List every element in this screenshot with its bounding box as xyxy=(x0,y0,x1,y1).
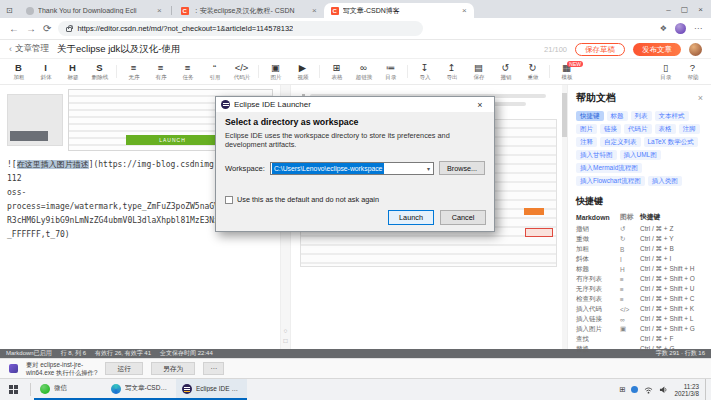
preview-scrollbar[interactable] xyxy=(562,85,567,349)
browse-button[interactable]: Browse... xyxy=(439,161,485,175)
extensions-icon[interactable]: ❖ xyxy=(660,24,667,33)
window-close-icon[interactable]: × xyxy=(698,5,703,14)
embedded-screenshot-small[interactable] xyxy=(7,94,63,146)
start-button[interactable] xyxy=(0,379,27,400)
help-docs-title: 帮助文档 xyxy=(576,91,616,105)
tab-close-icon[interactable]: × xyxy=(462,6,467,15)
help-tag[interactable]: 链接 xyxy=(600,124,621,134)
tab-close-icon[interactable]: × xyxy=(157,6,162,15)
toolbar-item-template[interactable]: NEW ▦ 模板 xyxy=(553,62,580,82)
help-tag[interactable]: 插入类图 xyxy=(648,176,682,186)
taskbar-clock[interactable]: 11:23 2021/3/8 xyxy=(674,383,699,397)
chevron-down-icon[interactable]: ▾ xyxy=(424,165,433,172)
help-tag[interactable]: 插入甘特图 xyxy=(576,150,617,160)
help-tag[interactable]: 代码片 xyxy=(624,124,652,134)
more-options-icon[interactable]: ··· xyxy=(203,362,224,375)
help-tag[interactable]: 自定义列表 xyxy=(600,137,641,147)
article-manage-link[interactable]: ‹ 文章管理 xyxy=(9,43,49,55)
toolbar-item[interactable]: S 删除线 xyxy=(86,62,113,82)
user-avatar[interactable] xyxy=(689,43,702,56)
help-tag[interactable]: 图片 xyxy=(576,124,597,134)
shortcut-icon xyxy=(620,334,640,344)
toolbar-item[interactable]: I 斜体 xyxy=(32,62,59,82)
tab-eclipse-download[interactable]: Thank You for Downloading Ecli × xyxy=(19,3,169,18)
article-title-input[interactable]: 关于eclipse jdk以及汉化-使用 xyxy=(57,43,536,56)
help-tag[interactable]: 插入Mermaid流程图 xyxy=(576,163,642,173)
toolbar-item[interactable]: H 标题 xyxy=(59,62,86,82)
taskbar-item-wechat[interactable]: 微信 xyxy=(34,379,105,400)
tray-app-icon[interactable] xyxy=(631,386,638,393)
toolbar-item[interactable]: ▶ 视频 xyxy=(289,62,316,82)
toolbar-item[interactable]: ▤ 保存 xyxy=(465,62,492,82)
workspace-combobox[interactable]: C:\Users\Lenovo\eclipse-workspace ▾ xyxy=(270,162,434,175)
help-tag[interactable]: 列表 xyxy=(631,111,652,121)
taskbar-item-edge[interactable]: 写文章-CSDN博客 … xyxy=(105,379,176,400)
url-input[interactable]: https://editor.csdn.net/md/?not_checkout… xyxy=(58,21,423,36)
help-tag[interactable]: 表格 xyxy=(655,124,676,134)
show-desktop-button[interactable] xyxy=(705,379,709,400)
window-maximize-icon[interactable]: ▢ xyxy=(681,5,689,14)
toolbar-item[interactable]: B 加粗 xyxy=(5,62,32,82)
publish-button[interactable]: 发布文章 xyxy=(633,43,681,56)
launch-button[interactable]: Launch xyxy=(388,210,434,225)
file-action-icon: ↥ xyxy=(448,62,456,73)
toolbar-item[interactable]: ≡ 无序 xyxy=(120,62,147,82)
toolbar-item-help[interactable]: ? 帮助 xyxy=(679,62,706,82)
toolbar-item[interactable]: ▣ 图片 xyxy=(262,62,289,82)
shortcut-row: 插入图片 ▣ Ctrl / ⌘ + Shift + G xyxy=(576,324,703,334)
back-icon[interactable]: ← xyxy=(9,23,19,34)
tab-search-icon[interactable]: ⊡ xyxy=(6,6,13,15)
toolbar-item[interactable]: ≔ 目录 xyxy=(377,62,404,82)
scrollbar-thumb[interactable] xyxy=(562,93,567,137)
toolbar-item[interactable]: ≡ 任务 xyxy=(174,62,201,82)
toolbar-item-outline[interactable]: ▯ 目录 xyxy=(652,62,679,82)
forward-icon[interactable]: → xyxy=(26,23,36,34)
toolbar-item[interactable]: ≡ 有序 xyxy=(147,62,174,82)
help-tag[interactable]: 文本样式 xyxy=(655,111,689,121)
save-draft-button[interactable]: 保存草稿 xyxy=(575,43,625,56)
help-tag[interactable]: 注脚 xyxy=(679,124,700,134)
toolbar-item[interactable]: ↥ 导出 xyxy=(438,62,465,82)
toolbar-item[interactable]: ⊞ 表格 xyxy=(323,62,350,82)
window-minimize-icon[interactable]: – xyxy=(666,5,670,14)
shortcuts-header-row: Markdown 图标 快捷键 xyxy=(576,211,703,224)
dialog-close-icon[interactable]: × xyxy=(471,100,489,110)
toolbar-item[interactable]: </> 代码片 xyxy=(228,62,255,82)
help-tag[interactable]: 注释 xyxy=(576,137,597,147)
browser-profile-avatar[interactable] xyxy=(675,23,686,34)
tray-grid-icon[interactable]: ⊞ xyxy=(619,385,625,394)
volume-icon[interactable] xyxy=(659,386,668,394)
tab-csdn-editor[interactable]: C 写文章-CSDN博客 × xyxy=(324,3,474,18)
toolbar-item[interactable]: ↧ 导入 xyxy=(411,62,438,82)
help-tag[interactable]: 插入UML图 xyxy=(620,150,661,160)
toolbar-item[interactable]: ↺ 撤销 xyxy=(492,62,519,82)
toolbar-item[interactable]: “ 引用 xyxy=(201,62,228,82)
dialog-title: Eclipse IDE Launcher xyxy=(234,100,311,109)
close-icon[interactable]: × xyxy=(698,93,703,103)
toolbar-item[interactable]: ↻ 重做 xyxy=(519,62,546,82)
help-tag-active[interactable]: 快捷键 xyxy=(576,111,604,121)
refresh-icon[interactable]: ⟳ xyxy=(43,23,51,34)
help-tag[interactable]: 插入Flowchart流程图 xyxy=(576,176,645,186)
taskbar-item-eclipse[interactable]: Eclipse IDE Launc... xyxy=(176,379,247,400)
default-workspace-option[interactable]: Use this as the default and do not ask a… xyxy=(225,195,379,204)
dialog-titlebar[interactable]: Eclipse IDE Launcher × xyxy=(216,97,494,112)
help-tag[interactable]: 标题 xyxy=(607,111,628,121)
wifi-icon[interactable] xyxy=(644,386,653,394)
shortcut-keys: Ctrl / ⌘ + Shift + K xyxy=(640,304,703,314)
fullscreen-toggle-icon[interactable]: □ xyxy=(284,337,288,344)
tab-csdn-article[interactable]: C ：安装eclipse及汉化教程- CSDN × xyxy=(174,3,324,18)
status-segment: 全文保存时间 22:44 xyxy=(160,349,213,358)
toolbar-item[interactable]: ∞ 超链接 xyxy=(350,62,377,82)
sync-scroll-icon[interactable]: ○ xyxy=(284,327,288,334)
cancel-button[interactable]: Cancel xyxy=(440,210,486,225)
insert-icon: ≔ xyxy=(386,62,396,73)
tab-close-icon[interactable]: × xyxy=(312,6,317,15)
checkbox-icon[interactable] xyxy=(225,196,233,204)
taskbar-item-label: Eclipse IDE Launc... xyxy=(196,385,241,392)
save-as-button[interactable]: 另存为 xyxy=(151,362,195,375)
run-button[interactable]: 运行 xyxy=(105,362,143,375)
browser-menu-icon[interactable]: ⋯ xyxy=(694,24,702,33)
help-sidebar-header: 帮助文档 × xyxy=(576,91,703,105)
help-tag[interactable]: LaTeX 数学公式 xyxy=(644,137,698,147)
